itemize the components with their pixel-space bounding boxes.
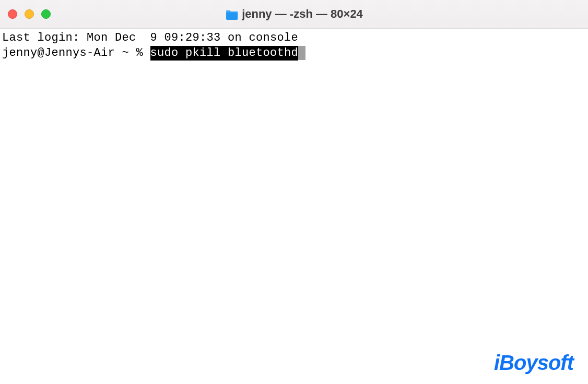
title-container: jenny — -zsh — 80×24: [225, 7, 363, 21]
last-login-line: Last login: Mon Dec 9 09:29:33 on consol…: [2, 31, 586, 46]
command-text: sudo pkill bluetoothd: [150, 46, 299, 61]
titlebar: jenny — -zsh — 80×24: [0, 0, 588, 29]
close-button[interactable]: [8, 9, 17, 19]
terminal-window: jenny — -zsh — 80×24 Last login: Mon Dec…: [0, 0, 588, 384]
window-title: jenny — -zsh — 80×24: [242, 7, 363, 21]
terminal-body[interactable]: Last login: Mon Dec 9 09:29:33 on consol…: [0, 29, 588, 384]
folder-icon: [225, 9, 238, 19]
minimize-button[interactable]: [25, 9, 34, 19]
cursor: [298, 46, 305, 60]
traffic-lights: [8, 9, 51, 19]
prompt-line: jenny@Jennys-Air ~ % sudo pkill bluetoot…: [2, 46, 586, 61]
watermark-logo: iBoysoft: [494, 351, 573, 375]
shell-prompt: jenny@Jennys-Air ~ %: [2, 46, 150, 61]
maximize-button[interactable]: [41, 9, 51, 19]
